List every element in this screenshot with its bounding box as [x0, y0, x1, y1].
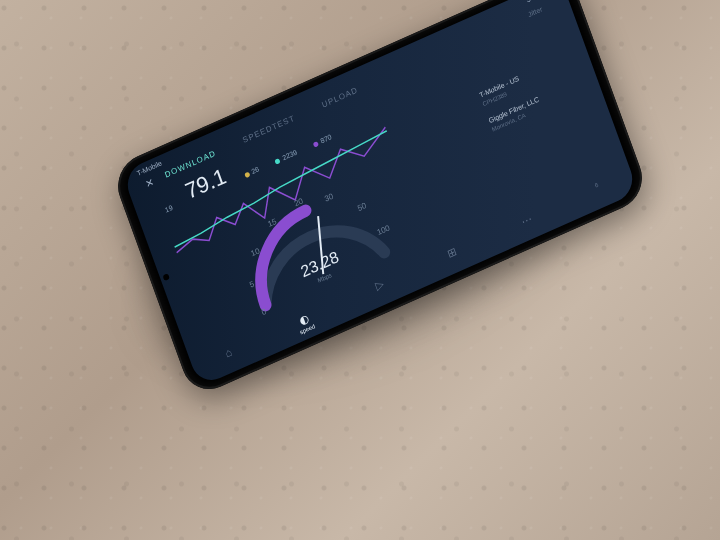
- nav-map[interactable]: ⊞: [446, 245, 461, 268]
- nav-video[interactable]: ▷: [374, 278, 388, 300]
- jitter-label: Jitter: [527, 5, 543, 18]
- nav-speed[interactable]: ◐ speed: [294, 310, 316, 335]
- provider-panel: T-Mobile - US CPH2389 Giggle Fiber, LLC …: [478, 68, 544, 135]
- leading-metric: 19: [164, 204, 174, 214]
- network-badge: 5GUC: [526, 0, 546, 3]
- front-camera: [162, 273, 170, 281]
- play-icon: ▷: [374, 278, 386, 293]
- tick-6: 50: [356, 201, 368, 213]
- nav-right-value: 6: [594, 182, 604, 202]
- nav-more[interactable]: ⋯: [519, 212, 536, 235]
- grid-icon: ⊞: [446, 245, 459, 261]
- home-icon: ⌂: [223, 345, 233, 359]
- close-icon[interactable]: ✕: [144, 176, 156, 190]
- tick-5: 30: [323, 191, 335, 203]
- ping-value: 26: [250, 165, 260, 175]
- metric-3: 870: [319, 133, 332, 144]
- nav-home[interactable]: ⌂: [223, 345, 236, 367]
- more-icon: ⋯: [519, 212, 534, 229]
